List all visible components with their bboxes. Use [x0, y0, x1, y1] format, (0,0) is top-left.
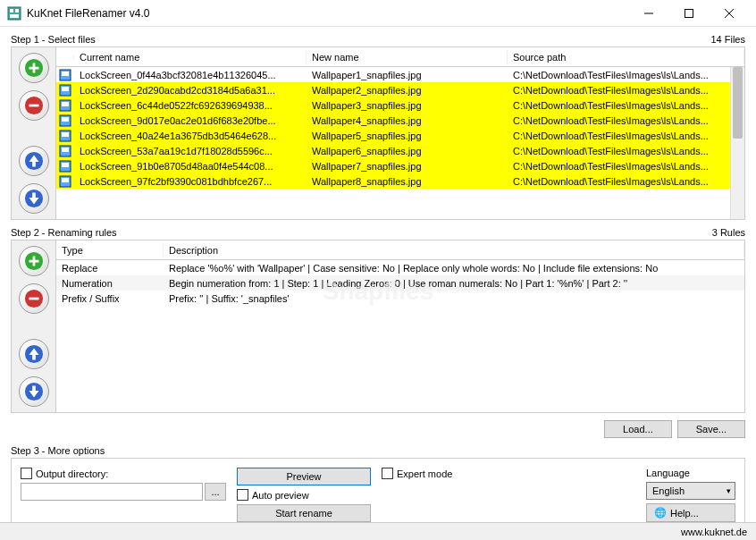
svg-rect-3: [10, 14, 19, 18]
file-icon: [56, 98, 74, 113]
svg-rect-17: [62, 102, 69, 106]
cell-current-name: LockScreen_53a7aa19c1d7f18028d5596c...: [74, 145, 307, 157]
file-icon: [56, 68, 74, 82]
status-url: www.kuknet.de: [681, 527, 747, 537]
svg-rect-27: [62, 178, 69, 182]
cell-new-name: Wallpaper8_snapfiles.jpg: [307, 175, 508, 188]
cell-source-path: C:\NetDownload\TestFiles\Images\ls\Lands…: [508, 99, 744, 112]
svg-rect-2: [15, 9, 19, 13]
move-up-button[interactable]: [19, 146, 49, 176]
save-button[interactable]: Save...: [677, 420, 745, 438]
output-dir-checkbox[interactable]: [21, 468, 32, 479]
cell-new-name: Wallpaper4_snapfiles.jpg: [307, 114, 508, 127]
cell-rule-desc: Replace '%o%' with 'Wallpaper' | Case se…: [164, 262, 744, 274]
preview-button[interactable]: Preview: [237, 468, 371, 485]
rule-row[interactable]: Prefix / SuffixPrefix: '' | Suffix: '_sn…: [56, 291, 744, 306]
load-button[interactable]: Load...: [604, 420, 672, 438]
col-source-path[interactable]: Source path: [508, 50, 744, 64]
browse-button[interactable]: ...: [205, 483, 226, 501]
add-files-button[interactable]: [19, 53, 49, 83]
cell-source-path: C:\NetDownload\TestFiles\Images\ls\Lands…: [508, 69, 744, 81]
cell-current-name: LockScreen_6c44de0522fc692639694938...: [74, 99, 307, 112]
file-icon: [56, 174, 74, 189]
file-row[interactable]: LockScreen_0f44a3bcf32081e4b11326045...W…: [56, 67, 744, 82]
file-icon: [56, 129, 74, 143]
cell-current-name: LockScreen_0f44a3bcf32081e4b11326045...: [74, 69, 307, 81]
titlebar: KuKnet FileRenamer v4.0: [0, 0, 756, 27]
expert-mode-checkbox[interactable]: [382, 468, 393, 479]
remove-rule-button[interactable]: [19, 283, 49, 314]
step2-label: Step 2 - Renaming rules: [11, 227, 117, 238]
rules-table-body[interactable]: ReplaceReplace '%o%' with 'Wallpaper' | …: [56, 260, 744, 412]
cell-current-name: LockScreen_91b0e8705d48aa0f4e544c08...: [74, 160, 307, 173]
remove-files-button[interactable]: [19, 90, 49, 121]
rule-row[interactable]: ReplaceReplace '%o%' with 'Wallpaper' | …: [56, 260, 744, 275]
rule-move-up-button[interactable]: [19, 339, 49, 369]
rules-table-header: Type Description: [56, 240, 744, 260]
cell-rule-desc: Prefix: '' | Suffix: '_snapfiles': [164, 292, 744, 305]
svg-rect-15: [62, 87, 69, 91]
output-dir-input[interactable]: [21, 483, 203, 501]
cell-new-name: Wallpaper3_snapfiles.jpg: [307, 99, 508, 112]
file-icon: [56, 144, 74, 158]
cell-source-path: C:\NetDownload\TestFiles\Images\ls\Lands…: [508, 114, 744, 127]
cell-rule-type: Numeration: [56, 277, 164, 290]
app-icon: [7, 6, 21, 21]
add-rule-button[interactable]: [19, 246, 49, 276]
svg-rect-23: [62, 148, 69, 152]
files-scrollbar[interactable]: [730, 67, 744, 219]
cell-source-path: C:\NetDownload\TestFiles\Images\ls\Lands…: [508, 145, 744, 157]
file-row[interactable]: LockScreen_40a24e1a3675db3d5464e628...Wa…: [56, 128, 744, 143]
step1-file-count: 14 Files: [710, 34, 745, 45]
auto-preview-checkbox[interactable]: [237, 489, 248, 501]
file-row[interactable]: LockScreen_6c44de0522fc692639694938...Wa…: [56, 97, 744, 113]
svg-rect-1: [10, 9, 13, 13]
start-rename-button[interactable]: Start rename: [237, 504, 371, 522]
minimize-button[interactable]: [628, 1, 668, 26]
col-new-name[interactable]: New name: [307, 50, 508, 64]
language-dropdown[interactable]: English: [646, 482, 735, 500]
col-description[interactable]: Description: [164, 243, 744, 257]
help-icon: 🌐: [654, 507, 667, 519]
cell-rule-type: Replace: [56, 262, 164, 274]
step1-label: Step 1 - Select files: [11, 34, 96, 45]
file-icon: [56, 114, 74, 128]
help-button[interactable]: 🌐Help...: [646, 503, 735, 522]
cell-current-name: LockScreen_40a24e1a3675db3d5464e628...: [74, 130, 307, 142]
cell-source-path: C:\NetDownload\TestFiles\Images\ls\Lands…: [508, 130, 744, 142]
files-table-header: Current name New name Source path: [56, 47, 744, 67]
file-row[interactable]: LockScreen_91b0e8705d48aa0f4e544c08...Wa…: [56, 158, 744, 173]
cell-current-name: LockScreen_9d017e0ac2e01d6f683e20fbe...: [74, 114, 307, 127]
svg-rect-13: [62, 72, 69, 76]
expert-mode-label: Expert mode: [397, 468, 452, 479]
col-current-name[interactable]: Current name: [74, 50, 307, 64]
close-button[interactable]: [709, 1, 749, 26]
cell-new-name: Wallpaper2_snapfiles.jpg: [307, 84, 508, 97]
file-icon: [56, 83, 74, 97]
window-title: KuKnet FileRenamer v4.0: [27, 7, 628, 20]
cell-new-name: Wallpaper1_snapfiles.jpg: [307, 69, 508, 81]
file-row[interactable]: LockScreen_97fc2bf9390c081bdhbfce267...W…: [56, 173, 744, 189]
cell-source-path: C:\NetDownload\TestFiles\Images\ls\Lands…: [508, 84, 744, 97]
language-label: Language: [646, 468, 735, 478]
file-row[interactable]: LockScreen_9d017e0ac2e01d6f683e20fbe...W…: [56, 113, 744, 128]
cell-new-name: Wallpaper7_snapfiles.jpg: [307, 160, 508, 173]
svg-rect-19: [62, 117, 69, 122]
maximize-button[interactable]: [668, 1, 709, 26]
file-icon: [56, 159, 74, 173]
col-type[interactable]: Type: [56, 243, 164, 257]
svg-rect-25: [62, 163, 69, 167]
step3-label: Step 3 - More options: [11, 445, 105, 456]
cell-rule-type: Prefix / Suffix: [56, 292, 164, 305]
files-table-body[interactable]: LockScreen_0f44a3bcf32081e4b11326045...W…: [56, 67, 744, 219]
file-row[interactable]: LockScreen_53a7aa19c1d7f18028d5596c...Wa…: [56, 143, 744, 158]
step2-rule-count: 3 Rules: [712, 227, 745, 238]
file-row[interactable]: LockScreen_2d290acabd2cd3184d5a6a31...Wa…: [56, 82, 744, 97]
cell-rule-desc: Begin numeration from: 1 | Step: 1 | Lea…: [164, 277, 744, 290]
rule-move-down-button[interactable]: [19, 376, 49, 407]
svg-rect-21: [62, 132, 69, 137]
move-down-button[interactable]: [19, 183, 49, 214]
output-dir-label: Output directory:: [36, 468, 108, 479]
rule-row[interactable]: NumerationBegin numeration from: 1 | Ste…: [56, 275, 744, 291]
cell-source-path: C:\NetDownload\TestFiles\Images\ls\Lands…: [508, 160, 744, 173]
